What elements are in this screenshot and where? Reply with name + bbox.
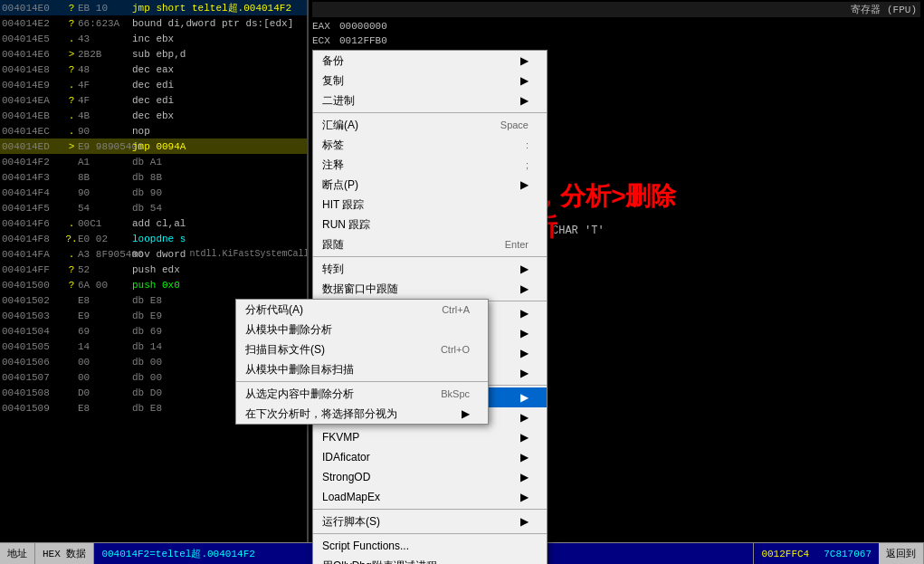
row-bytes: 4F [78,80,132,91]
context-menu-item[interactable]: 查找参考(R)▶ [313,323,547,343]
return-btn[interactable]: 返回到 [879,543,924,564]
menu-item-arrow: ▶ [520,327,529,339]
disasm-row[interactable]: 004014E5.43inc ebx [0,31,308,46]
row-instr: dec edi [132,80,308,91]
row-marker: > [65,141,78,152]
disasm-row[interactable]: 004014F554db 54 [0,200,308,215]
row-bytes: 48 [78,64,132,75]
row-instr: push 0x0 [132,280,308,291]
reg-name: EAX [312,21,339,32]
menu-item-label: 分析 [322,390,344,406]
disasm-row[interactable]: 004014EB.4Bdec ebx [0,108,308,123]
context-menu-item[interactable]: 运行脚本(S)▶ [313,511,547,531]
context-menu-item[interactable]: 跟随Enter [313,234,547,254]
disasm-row[interactable]: 004014EA?4Fdec edi [0,92,308,108]
context-menu-item[interactable]: 数据窗口中跟随▶ [313,279,547,299]
disasm-row[interactable]: 004014E9.4Fdec edi [0,77,308,92]
row-instr: sub ebp,d [132,49,308,60]
menu-item-arrow: ▶ [520,74,529,87]
menu-item-label: CodeDoctor [322,411,380,424]
row-instr: db 54 [132,203,308,214]
disasm-row[interactable]: 0040150469db 69 [0,323,308,339]
context-menu[interactable]: 备份▶复制▶二进制▶汇编(A)Space标签:注释;断点(P)▶HIT 跟踪RU… [312,50,548,542]
context-menu-item[interactable]: CodeDoctor▶ [313,407,547,427]
row-bytes: D0 [78,387,132,398]
disasm-row[interactable]: 004014E2?66:623Abound di,dword ptr ds:[e… [0,15,308,31]
row-instr: dec ebx [132,110,308,121]
row-addr: 00401508 [2,387,65,398]
context-menu-item[interactable]: 二进制▶ [313,91,547,110]
menu-item-arrow: ▶ [520,431,529,444]
menu-separator [313,256,547,257]
menu-item-label: HIT 跟踪 [322,197,364,213]
disasm-row[interactable]: 004014F490db 90 [0,185,308,200]
row-instr: jmp 0094A [132,141,308,152]
status-addr1: 0012FFC4 [754,543,816,564]
register-panel-title: 寄存器 (FPU) [312,2,920,17]
context-menu-item[interactable]: 转到▶ [313,259,547,279]
disasm-row[interactable]: 004014E8?48dec eax [0,62,308,77]
context-menu-item[interactable]: 分析▶ [313,387,547,407]
reg-value[interactable]: 0012FFB0 [339,35,387,46]
row-bytes: 69 [78,326,132,337]
context-menu-item[interactable]: 查看▶ [313,343,547,363]
row-instr: db E9 [132,311,308,321]
context-menu-item[interactable]: 注释; [313,155,547,175]
row-bytes: A1 [78,157,132,167]
row-bytes: 00C1 [78,218,132,229]
context-menu-item[interactable]: HIT 跟踪 [313,195,547,215]
context-menu-item[interactable]: 断点(P)▶ [313,175,547,195]
disasm-content: 004014E0?EB 10jmp short teltel超.004014F2… [0,0,307,416]
menu-item-arrow: ▶ [520,178,529,191]
disasm-row[interactable]: 00401509E8db E8 [0,400,308,416]
context-menu-item[interactable]: Script Functions... [313,536,547,542]
row-instr: db E8 [132,295,308,306]
row-bytes: 00 [78,357,132,368]
menu-item-arrow: ▶ [520,451,529,464]
call-hint: ntdll.KiFastSystemCall [189,249,308,259]
disasm-row[interactable]: 004014ED>E9 98905400jmp 0094A [0,139,308,154]
disasm-row[interactable]: 004014FA.A3 8F905400mov dwordntdll.KiFas… [0,246,308,262]
main-layout: 004014E0?EB 10jmp short teltel超.004014F2… [0,0,924,564]
row-addr: 00401503 [2,311,65,321]
disasm-row[interactable]: 004014EC.90nop [0,123,308,139]
disasm-row[interactable]: 004014E6>2B2Bsub ebp,d [0,46,308,62]
row-bytes: E0 02 [78,234,132,244]
disasm-row[interactable]: 00401500?6A 00push 0x0 [0,277,308,292]
context-menu-item[interactable]: StrongOD▶ [313,467,547,487]
row-marker: ?. [65,234,78,244]
context-menu-item[interactable]: FKVMP▶ [313,427,547,447]
menu-item-arrow: ▶ [520,307,529,320]
disasm-row[interactable]: 0040150600db 00 [0,354,308,369]
context-menu-item[interactable]: 复制到可执行文件▶ [313,363,547,383]
context-menu-item[interactable]: 查找(S)▶ [313,303,547,323]
context-menu-item[interactable]: IDAficator▶ [313,447,547,467]
menu-item-label: Script Functions... [322,540,409,542]
menu-separator [313,301,547,301]
context-menu-item[interactable]: 标签: [313,135,547,155]
address-label: 地址 [0,543,35,564]
reg-value[interactable]: 00000000 [339,21,387,32]
disasm-row[interactable]: 0040150700db 00 [0,369,308,385]
disasm-row[interactable]: 0040150514db 14 [0,339,308,354]
row-instr: db 90 [132,187,308,198]
context-menu-item[interactable]: 汇编(A)Space [313,115,547,135]
menu-item-label: 注释 [322,158,344,173]
menu-item-arrow: ▶ [520,391,529,404]
disasm-row[interactable]: 004014F6.00C1add cl,al [0,215,308,231]
context-menu-item[interactable]: RUN 跟踪 [313,215,547,234]
disasm-row[interactable]: 004014F8?.E0 02loopdne s [0,231,308,246]
context-menu-item[interactable]: 复制▶ [313,71,547,91]
row-instr: db A1 [132,157,308,167]
row-addr: 00401502 [2,295,65,306]
disasm-row[interactable]: 00401502E8db E8 [0,292,308,308]
menu-item-label: 查看 [322,346,344,361]
disasm-row[interactable]: 004014E0?EB 10jmp short teltel超.004014F2 [0,0,308,15]
disasm-row[interactable]: 00401508D0db D0 [0,385,308,400]
disasm-row[interactable]: 00401503E9db E9 [0,308,308,323]
disasm-row[interactable]: 004014F38Bdb 8B [0,169,308,185]
disasm-row[interactable]: 004014FF?52push edx [0,262,308,277]
context-menu-item[interactable]: LoadMapEx▶ [313,487,547,507]
disasm-row[interactable]: 004014F2A1db A1 [0,154,308,169]
context-menu-item[interactable]: 备份▶ [313,51,547,71]
